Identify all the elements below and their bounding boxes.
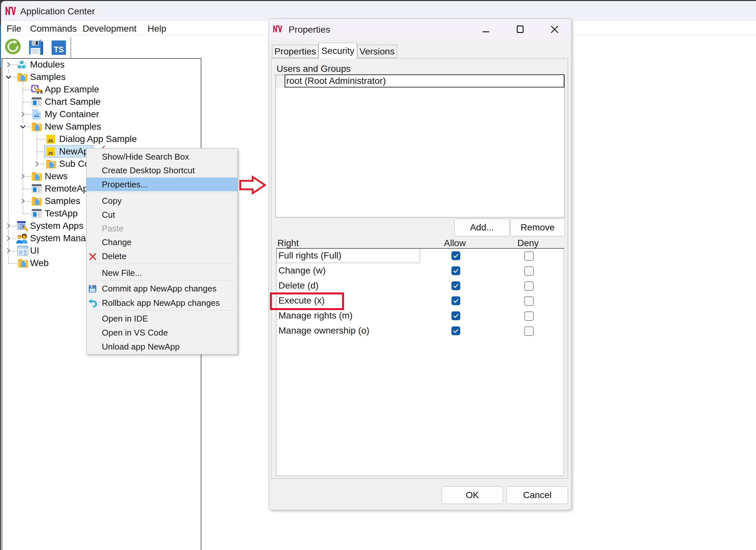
svg-text:JS: JS [48, 151, 53, 156]
svg-text:TS: TS [54, 45, 64, 54]
svg-text:JS: JS [48, 138, 53, 143]
